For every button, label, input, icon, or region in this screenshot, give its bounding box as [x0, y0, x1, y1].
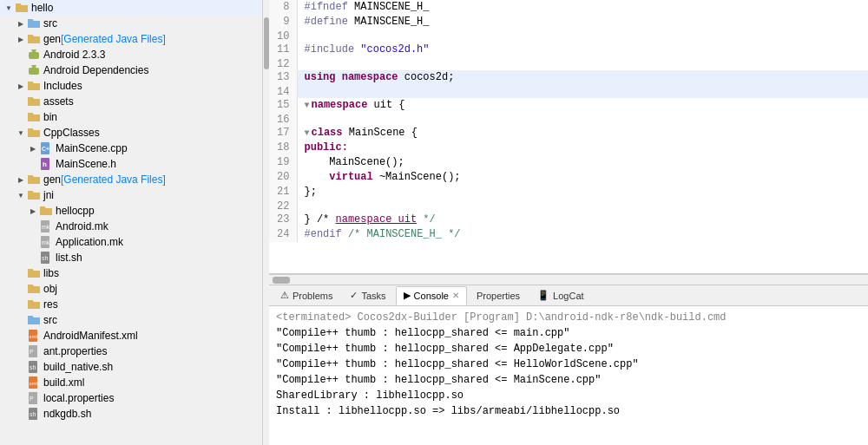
- sidebar-item-antprops[interactable]: Pant.properties: [0, 344, 262, 359]
- icon-gen: [27, 32, 41, 46]
- sidebar-item-mainsceneh[interactable]: hMainScene.h: [0, 156, 262, 172]
- line-content-22[interactable]: [297, 200, 868, 213]
- line-content-12[interactable]: [297, 57, 868, 70]
- line-number-24: 24: [269, 227, 297, 242]
- line-content-24[interactable]: #endif /* MAINSCENE_H_ */: [297, 227, 868, 242]
- arrow-mainscenecpp[interactable]: ▶: [28, 143, 38, 154]
- sidebar-item-jni[interactable]: ▼jni: [0, 187, 262, 203]
- icon-androidmanifest: xml: [27, 329, 41, 343]
- line-content-11[interactable]: #include "cocos2d.h": [297, 43, 868, 57]
- line-content-13[interactable]: using namespace cocos2d;: [297, 70, 868, 85]
- line-content-8[interactable]: #ifndef MAINSCENE_H_: [297, 0, 868, 15]
- label-gen: gen: [43, 33, 61, 45]
- sidebar-item-src2[interactable]: src: [0, 312, 262, 328]
- line-content-23[interactable]: } /* namespace uit */: [297, 213, 868, 227]
- code-editor[interactable]: 8#ifndef MAINSCENE_H_9#define MAINSCENE_…: [269, 0, 868, 274]
- sidebar-item-gen2[interactable]: ▶gen [Generated Java Files]: [0, 172, 262, 187]
- sidebar-item-android-deps[interactable]: Android Dependencies: [0, 62, 262, 78]
- line-number-14: 14: [269, 85, 297, 98]
- line-number-12: 12: [269, 57, 297, 70]
- sidebar-item-localprops[interactable]: Plocal.properties: [0, 390, 262, 406]
- sidebar-item-androidmanifest[interactable]: xmlAndroidManifest.xml: [0, 328, 262, 344]
- line-content-20[interactable]: virtual ~MainScene();: [297, 170, 868, 185]
- icon-jni: [27, 188, 41, 202]
- icon-mainscenecpp: C+: [39, 141, 53, 155]
- sidebar-item-applicationmk[interactable]: mkApplication.mk: [0, 234, 262, 250]
- arrow-hellocpp[interactable]: ▶: [28, 206, 38, 216]
- sidebar-item-buildnative[interactable]: shbuild_native.sh: [0, 359, 262, 375]
- label-listsh: list.sh: [56, 252, 82, 264]
- code-line-15: 15▼namespace uit {: [269, 98, 868, 113]
- sidebar-item-hello[interactable]: ▼hello: [0, 0, 262, 16]
- arrow-gen[interactable]: ▶: [16, 34, 26, 44]
- code-hscroll[interactable]: [269, 274, 868, 285]
- tab-close-console[interactable]: ✕: [452, 291, 459, 300]
- tab-tasks[interactable]: ✓Tasks: [342, 286, 393, 305]
- label-includes: Includes: [43, 80, 82, 92]
- tab-logcat[interactable]: 📱LogCat: [529, 286, 591, 305]
- sidebar-item-buildxml[interactable]: xmlbuild.xml: [0, 375, 262, 390]
- code-line-18: 18public:: [269, 141, 868, 155]
- line-content-10[interactable]: [297, 29, 868, 43]
- fold-15[interactable]: ▼: [305, 101, 310, 110]
- line-content-15[interactable]: ▼namespace uit {: [297, 98, 868, 113]
- sidebar-item-bin[interactable]: bin: [0, 109, 262, 125]
- hscroll-thumb[interactable]: [273, 277, 290, 284]
- line-content-17[interactable]: ▼class MainScene {: [297, 126, 868, 141]
- sidebar-item-mainscenecpp[interactable]: ▶C+MainScene.cpp: [0, 141, 262, 156]
- sidebar-item-listsh[interactable]: shlist.sh: [0, 250, 262, 265]
- sidebar-item-assets[interactable]: assets: [0, 94, 262, 109]
- line-content-16[interactable]: [297, 113, 868, 126]
- arrow-gen2[interactable]: ▶: [16, 174, 26, 185]
- svg-text:mk: mk: [42, 224, 50, 230]
- sidebar-item-cppclasses[interactable]: ▼CppClasses: [0, 125, 262, 141]
- code-token: namespace: [312, 99, 374, 111]
- line-content-9[interactable]: #define MAINSCENE_H_: [297, 15, 868, 29]
- line-content-18[interactable]: public:: [297, 141, 868, 155]
- console-output[interactable]: <terminated> Cocos2dx-Builder [Program] …: [269, 306, 868, 445]
- line-number-15: 15: [269, 98, 297, 113]
- icon-mainsceneh: h: [39, 157, 53, 171]
- code-token: #endif: [305, 228, 348, 240]
- sidebar-item-android233[interactable]: Android 2.3.3: [0, 47, 262, 62]
- line-number-21: 21: [269, 185, 297, 200]
- code-line-11: 11#include "cocos2d.h": [269, 43, 868, 57]
- tab-console[interactable]: ▶Console✕: [396, 286, 467, 305]
- icon-android233: [27, 48, 41, 62]
- arrow-jni[interactable]: ▼: [16, 190, 26, 200]
- line-content-14[interactable]: [297, 85, 868, 98]
- line-content-21[interactable]: };: [297, 185, 868, 200]
- icon-includes: [27, 79, 41, 93]
- svg-text:P: P: [30, 396, 34, 402]
- line-number-16: 16: [269, 113, 297, 126]
- icon-buildnative: sh: [27, 360, 41, 374]
- icon-antprops: P: [27, 344, 41, 358]
- tab-properties[interactable]: Properties: [469, 286, 528, 305]
- sidebar-item-androidmk[interactable]: mkAndroid.mk: [0, 219, 262, 234]
- fold-17[interactable]: ▼: [305, 128, 310, 138]
- code-token: #ifndef: [305, 1, 355, 13]
- sidebar-item-libs[interactable]: libs: [0, 265, 262, 281]
- line-content-19[interactable]: MainScene();: [297, 155, 868, 170]
- console-line-4: SharedLibrary : libhellocpp.so: [276, 388, 861, 403]
- code-token: class: [312, 127, 349, 139]
- arrow-cppclasses[interactable]: ▼: [16, 128, 26, 138]
- code-token: "cocos2d.h": [360, 43, 429, 56]
- arrow-includes[interactable]: ▶: [16, 81, 26, 91]
- sidebar-item-res[interactable]: res: [0, 297, 262, 312]
- tab-problems[interactable]: ⚠Problems: [273, 286, 340, 305]
- arrow-hello[interactable]: ▼: [3, 3, 14, 13]
- sidebar-item-src[interactable]: ▶src: [0, 16, 262, 31]
- arrow-src[interactable]: ▶: [16, 18, 26, 29]
- code-line-16: 16: [269, 113, 868, 126]
- tab-label-logcat: LogCat: [553, 291, 583, 301]
- sidebar-item-includes[interactable]: ▶Includes: [0, 78, 262, 94]
- sidebar-item-hellocpp[interactable]: ▶hellocpp: [0, 203, 262, 219]
- sidebar-item-gen[interactable]: ▶gen [Generated Java Files]: [0, 31, 262, 47]
- sidebar-item-obj[interactable]: obj: [0, 281, 262, 297]
- code-line-24: 24#endif /* MAINSCENE_H_ */: [269, 227, 868, 242]
- sidebar-item-ndkgdb[interactable]: shndkgdb.sh: [0, 406, 262, 422]
- code-token: namespace: [342, 71, 404, 83]
- code-line-12: 12: [269, 57, 868, 70]
- sidebar-scrollbar[interactable]: [262, 0, 269, 445]
